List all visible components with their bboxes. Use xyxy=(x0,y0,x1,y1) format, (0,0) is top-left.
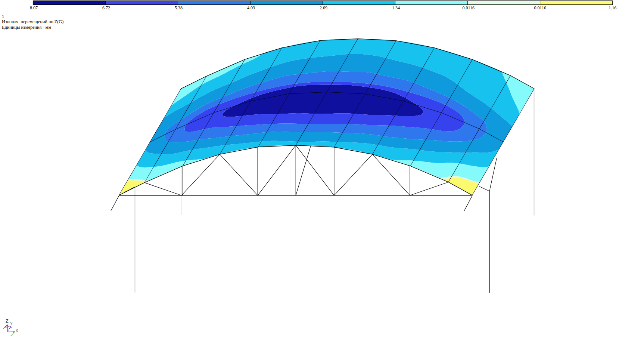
svg-text:1: 1 xyxy=(2,14,4,19)
svg-text:-2.69: -2.69 xyxy=(318,5,327,10)
svg-text:X: X xyxy=(15,328,19,333)
svg-text:0.0116: 0.0116 xyxy=(534,5,546,10)
svg-text:-8.07: -8.07 xyxy=(28,5,38,10)
svg-text:-6.72: -6.72 xyxy=(101,5,110,10)
svg-text:-1.34: -1.34 xyxy=(391,5,400,10)
svg-text:-4.03: -4.03 xyxy=(246,5,255,10)
svg-text:1.16: 1.16 xyxy=(609,5,616,10)
svg-text:Единицы измерения - мм: Единицы измерения - мм xyxy=(2,25,51,30)
svg-text:-0.0116: -0.0116 xyxy=(461,5,475,10)
svg-text:Z: Z xyxy=(6,318,9,324)
svg-text:Y: Y xyxy=(10,321,13,326)
svg-text:-5.38: -5.38 xyxy=(173,5,183,10)
svg-text:Изополя перемещений по Z(G): Изополя перемещений по Z(G) xyxy=(2,19,63,24)
